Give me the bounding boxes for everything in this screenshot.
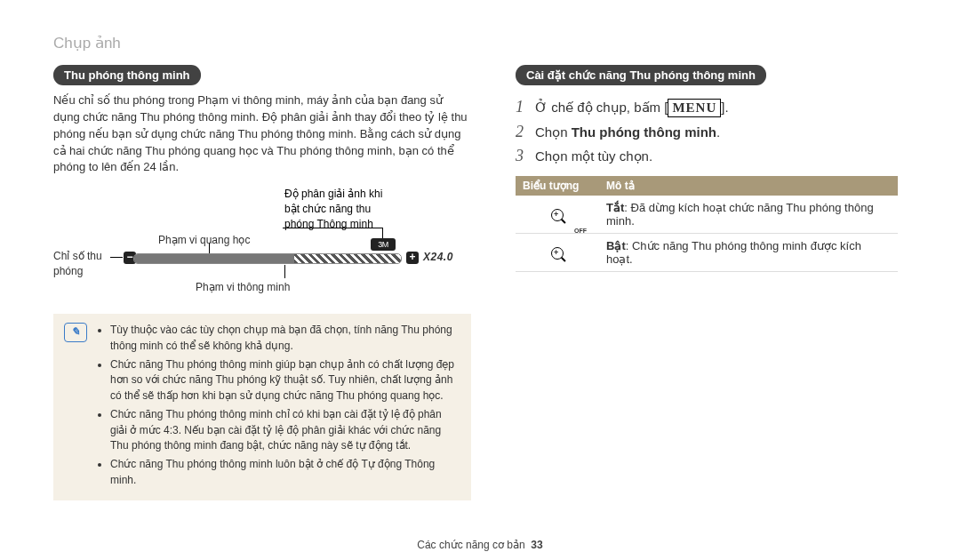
step-text: Ở chế độ chụp, bấm [ <box>535 100 668 115</box>
step-item: 1 Ở chế độ chụp, bấm [MENU]. <box>516 98 898 117</box>
note-icon: ✎ <box>64 323 87 342</box>
notes-box: ✎ Tùy thuộc vào các tùy chọn chụp mà bạn… <box>53 314 471 500</box>
magnifier-on-icon <box>516 234 599 272</box>
note-item: Chức năng Thu phóng thông minh chỉ có kh… <box>110 407 460 453</box>
page-footer: Các chức năng cơ bản 33 <box>53 521 907 551</box>
table-header-desc: Mô tả <box>599 176 898 196</box>
step-text: ]. <box>721 100 728 115</box>
step-text: Chọn <box>535 124 572 140</box>
two-column-layout: Thu phóng thông minh Nếu chỉ số thu phón… <box>53 65 907 500</box>
option-desc: : Đã dừng kích hoạt chức năng Thu phóng … <box>606 201 874 228</box>
step-text: . <box>716 124 720 140</box>
left-heading-pill: Thu phóng thông minh <box>53 65 201 85</box>
note-item: Chức năng Thu phóng thông minh luôn bật … <box>110 457 460 488</box>
page-number: 33 <box>531 539 542 551</box>
magnifier-off-icon: OFF <box>516 196 599 234</box>
note-item: Tùy thuộc vào các tùy chọn chụp mà bạn đ… <box>110 323 460 354</box>
note-item: Chức năng Thu phóng thông minh giúp bạn … <box>110 357 460 404</box>
right-heading-pill: Cài đặt chức năng Thu phóng thông minh <box>516 65 766 85</box>
step-number: 3 <box>516 147 535 165</box>
label-resolution-note: Độ phân giải ảnh khi bật chức năng thu p… <box>284 187 400 231</box>
zoom-level-text: X24.0 <box>423 251 453 263</box>
option-name: Bật <box>606 239 626 252</box>
zoom-diagram: Chỉ số thu phóng Phạm vi quang học Độ ph… <box>53 187 471 307</box>
table-row: Bật: Chức năng Thu phóng thông minh được… <box>516 234 898 272</box>
step-number: 1 <box>516 98 535 116</box>
section-title: Chụp ảnh <box>53 34 907 52</box>
step-item: 3 Chọn một tùy chọn. <box>516 147 898 165</box>
label-optical-range: Phạm vi quang học <box>158 233 250 248</box>
option-name: Tắt <box>606 201 624 214</box>
zoom-bar <box>133 253 402 264</box>
footer-label: Các chức năng cơ bản <box>417 539 524 551</box>
label-smart-range: Phạm vi thông minh <box>196 280 290 295</box>
step-text: Chọn một tùy chọn. <box>535 148 652 164</box>
left-paragraph: Nếu chỉ số thu phóng trong Phạm vi thông… <box>53 92 471 176</box>
steps-list: 1 Ở chế độ chụp, bấm [MENU]. 2 Chọn Thu … <box>516 98 898 165</box>
right-column: Cài đặt chức năng Thu phóng thông minh 1… <box>516 65 898 500</box>
step-number: 2 <box>516 123 535 141</box>
zoom-in-icon: + <box>406 252 419 264</box>
table-row: OFF Tắt: Đã dừng kích hoạt chức năng Thu… <box>516 196 898 234</box>
options-table: Biểu tượng Mô tả OFF Tắt: Đã dừng kích h… <box>516 176 898 272</box>
step-item: 2 Chọn Thu phóng thông minh. <box>516 123 898 141</box>
step-bold: Thu phóng thông minh <box>572 124 716 140</box>
menu-button-label: MENU <box>668 99 721 117</box>
table-header-icon: Biểu tượng <box>516 176 599 196</box>
left-column: Thu phóng thông minh Nếu chỉ số thu phón… <box>53 65 471 500</box>
option-desc: : Chức năng Thu phóng thông minh được kí… <box>606 239 861 266</box>
label-zoom-indicator: Chỉ số thu phóng <box>53 249 120 279</box>
resolution-badge: 3M <box>371 238 396 251</box>
